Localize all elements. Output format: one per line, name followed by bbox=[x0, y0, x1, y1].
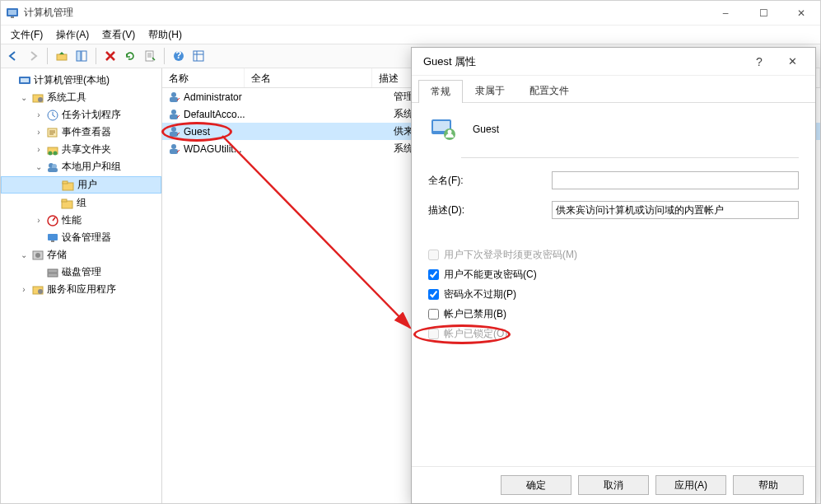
close-button[interactable]: ✕ bbox=[782, 1, 820, 26]
user-icon bbox=[167, 91, 180, 104]
ok-button[interactable]: 确定 bbox=[501, 475, 571, 495]
tab-general[interactable]: 常规 bbox=[418, 80, 463, 103]
tab-member-of[interactable]: 隶属于 bbox=[463, 79, 517, 102]
window-title: 计算机管理 bbox=[24, 6, 707, 20]
tree-storage[interactable]: ⌄存储 bbox=[1, 247, 161, 263]
menu-view[interactable]: 查看(V) bbox=[97, 26, 140, 44]
tree-local-users-groups[interactable]: ⌄本地用户和组 bbox=[1, 159, 161, 175]
dialog-title: Guest 属性 bbox=[423, 54, 743, 69]
svg-rect-1 bbox=[8, 10, 16, 15]
tree-device-manager[interactable]: 设备管理器 bbox=[1, 230, 161, 245]
svg-rect-40 bbox=[170, 132, 178, 137]
svg-rect-25 bbox=[62, 199, 67, 202]
svg-rect-38 bbox=[170, 114, 178, 119]
dialog-tabs: 常规 隶属于 配置文件 bbox=[412, 76, 815, 103]
svg-rect-6 bbox=[146, 51, 153, 61]
col-name[interactable]: 名称 bbox=[162, 68, 245, 87]
nav-tree: 计算机管理(本地) ⌄系统工具 ›任务计划程序 ›事件查看器 ›共享文件夹 ⌄本… bbox=[1, 68, 162, 503]
checkbox-cannot-change-password[interactable]: 用户不能更改密码(C) bbox=[428, 268, 799, 282]
titlebar: 计算机管理 – ☐ ✕ bbox=[1, 1, 820, 26]
svg-point-18 bbox=[54, 151, 58, 155]
svg-rect-31 bbox=[48, 269, 58, 273]
svg-point-39 bbox=[171, 127, 176, 132]
maximize-button[interactable]: ☐ bbox=[744, 1, 782, 26]
fullname-label: 全名(F): bbox=[428, 174, 552, 188]
dialog-help-button[interactable]: 帮助 bbox=[733, 475, 804, 495]
svg-rect-32 bbox=[48, 273, 58, 277]
tree-performance[interactable]: ›性能 bbox=[1, 212, 161, 228]
svg-point-34 bbox=[38, 289, 43, 294]
menu-file[interactable]: 文件(F) bbox=[6, 26, 48, 44]
description-label: 描述(D): bbox=[428, 203, 552, 217]
checkbox-password-never-expires[interactable]: 密码永不过期(P) bbox=[428, 287, 799, 301]
tree-system-tools[interactable]: ⌄系统工具 bbox=[1, 90, 161, 105]
back-button[interactable] bbox=[4, 47, 22, 65]
tree-event-viewer[interactable]: ›事件查看器 bbox=[1, 124, 161, 140]
tab-profile[interactable]: 配置文件 bbox=[517, 79, 581, 102]
tree-shared-folders[interactable]: ›共享文件夹 bbox=[1, 142, 161, 157]
account-icon bbox=[428, 114, 458, 144]
svg-rect-3 bbox=[57, 54, 67, 60]
dialog-close-button[interactable]: ✕ bbox=[776, 55, 809, 68]
minimize-button[interactable]: – bbox=[707, 1, 744, 26]
svg-rect-5 bbox=[82, 51, 86, 61]
dialog-help-button[interactable]: ? bbox=[743, 55, 776, 68]
menu-action[interactable]: 操作(A) bbox=[51, 26, 94, 44]
user-icon bbox=[167, 108, 180, 121]
tree-root[interactable]: 计算机管理(本地) bbox=[1, 72, 161, 88]
menubar: 文件(F) 操作(A) 查看(V) 帮助(H) bbox=[1, 26, 820, 44]
svg-rect-23 bbox=[63, 181, 68, 184]
tree-services-apps[interactable]: ›服务和应用程序 bbox=[1, 282, 161, 297]
svg-rect-21 bbox=[48, 168, 58, 172]
help-button[interactable]: ? bbox=[170, 47, 188, 65]
svg-rect-4 bbox=[77, 51, 81, 61]
svg-point-41 bbox=[171, 144, 176, 149]
delete-button[interactable] bbox=[101, 47, 119, 65]
checkbox-account-locked: 帐户已锁定(O) bbox=[428, 327, 799, 341]
tree-groups[interactable]: 组 bbox=[1, 195, 161, 211]
guest-properties-dialog: Guest 属性 ? ✕ 常规 隶属于 配置文件 Guest 全名(F): 描述… bbox=[411, 47, 816, 504]
export-list-button[interactable] bbox=[141, 47, 159, 65]
up-folder-button[interactable] bbox=[53, 47, 71, 65]
checkbox-account-disabled[interactable]: 帐户已禁用(B) bbox=[428, 307, 799, 321]
checkbox-must-change-password: 用户下次登录时须更改密码(M) bbox=[428, 248, 799, 262]
svg-rect-36 bbox=[170, 97, 178, 102]
tree-disk-management[interactable]: 磁盘管理 bbox=[1, 264, 161, 280]
svg-point-13 bbox=[38, 97, 43, 102]
cancel-button[interactable]: 取消 bbox=[578, 475, 649, 495]
svg-point-35 bbox=[171, 92, 176, 97]
refresh-button[interactable] bbox=[121, 47, 139, 65]
account-name: Guest bbox=[473, 124, 799, 135]
svg-point-47 bbox=[448, 130, 452, 134]
svg-rect-42 bbox=[170, 149, 178, 154]
svg-rect-11 bbox=[21, 78, 29, 82]
svg-rect-2 bbox=[11, 16, 14, 18]
svg-rect-28 bbox=[51, 240, 54, 242]
details-view-button[interactable] bbox=[189, 47, 208, 65]
user-icon bbox=[167, 125, 180, 138]
svg-rect-27 bbox=[48, 234, 58, 240]
col-fullname[interactable]: 全名 bbox=[245, 68, 372, 87]
fullname-input[interactable] bbox=[552, 171, 799, 189]
description-input[interactable] bbox=[552, 201, 799, 219]
svg-point-30 bbox=[35, 253, 40, 258]
svg-rect-9 bbox=[194, 51, 203, 61]
apply-button[interactable]: 应用(A) bbox=[655, 475, 726, 495]
svg-point-17 bbox=[49, 151, 53, 155]
dialog-buttons: 确定 取消 应用(A) 帮助 bbox=[412, 466, 815, 503]
app-icon bbox=[6, 7, 19, 20]
user-icon bbox=[167, 142, 180, 156]
menu-help[interactable]: 帮助(H) bbox=[143, 26, 187, 44]
divider bbox=[461, 157, 799, 158]
tree-task-scheduler[interactable]: ›任务计划程序 bbox=[1, 107, 161, 123]
svg-point-37 bbox=[171, 110, 176, 114]
show-hide-tree-button[interactable] bbox=[72, 47, 91, 65]
dialog-titlebar: Guest 属性 ? ✕ bbox=[412, 48, 815, 76]
forward-button[interactable] bbox=[24, 47, 42, 65]
svg-text:?: ? bbox=[175, 50, 181, 61]
tree-users[interactable]: 用户 bbox=[1, 176, 161, 194]
dialog-body: Guest 全名(F): 描述(D): 用户下次登录时须更改密码(M) 用户不能… bbox=[412, 103, 815, 466]
